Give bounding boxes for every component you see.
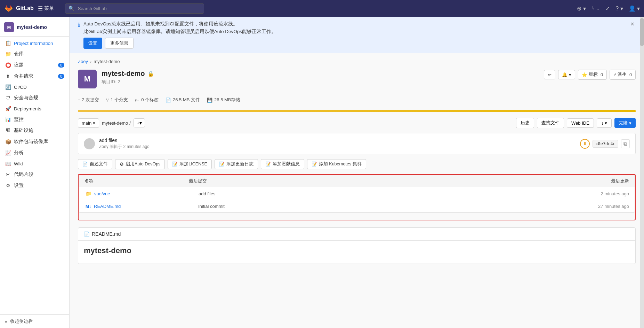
collapse-sidebar-button[interactable]: « 收起侧边栏 — [0, 314, 69, 328]
wiki-icon: 📖 — [5, 161, 11, 166]
folder-icon: 📁 — [86, 191, 91, 196]
sidebar-item-analytics[interactable]: 📈 分析 — [0, 147, 69, 158]
add-contributing-button[interactable]: 📝 添加贡献信息 — [261, 159, 304, 169]
branch-selector[interactable]: main ▾ — [78, 118, 99, 128]
clone-dropdown-icon: ▾ — [629, 120, 631, 126]
sidebar-item-label: 分析 — [14, 150, 24, 156]
analytics-icon: 📈 — [5, 150, 11, 156]
readme-header: 📄 README.md — [78, 228, 635, 241]
sidebar-item-settings[interactable]: ⚙ 设置 — [0, 180, 69, 191]
scrollbar-track — [640, 17, 644, 328]
repo-info: mytest-demo 🔒 项目ID: 2 — [102, 70, 544, 85]
files-highlighted-wrapper: 名称 最后提交 最后更新 📁 vue/vue add files 2 minut… — [78, 174, 636, 220]
changelog-icon: 📝 — [219, 162, 225, 167]
merge-badge: 0 — [58, 74, 64, 79]
star-button[interactable]: ⭐ 星标 0 — [578, 70, 607, 80]
fork-icon: ⑂ — [613, 72, 616, 77]
repo-header: M mytest-demo 🔒 项目ID: 2 ✏ 🔔 ▾ — [78, 70, 636, 88]
user-icon[interactable]: 👤 ▾ — [629, 5, 640, 12]
license-icon: 📝 — [172, 162, 178, 167]
download-button[interactable]: ↓ ▾ — [597, 118, 612, 128]
sidebar-item-label: 基础设施 — [14, 127, 33, 134]
create-icon[interactable]: ⊕ ▾ — [577, 5, 586, 12]
readme-file-icon: 📄 — [84, 231, 90, 237]
file-update: 2 minutes ago — [566, 191, 629, 196]
commit-hash[interactable]: c0e7dc4c — [593, 140, 618, 148]
notify-button[interactable]: 🔔 ▾ — [558, 70, 575, 79]
scrollbar-thumb[interactable] — [640, 18, 644, 46]
readme-section: 📄 README.md mytest-demo — [78, 227, 636, 264]
commit-meta-label: 编辑于 — [110, 144, 122, 149]
stat-tags[interactable]: 🏷 0 个标签 — [135, 97, 159, 103]
sidebar-item-security[interactable]: 🛡 安全与合规 — [0, 92, 69, 103]
add-file-button[interactable]: + ▾ — [134, 118, 145, 127]
file-name[interactable]: README.md — [94, 204, 198, 209]
sidebar-item-packages[interactable]: 📦 软件包与镜像库 — [0, 136, 69, 147]
sidebar-item-cangku[interactable]: 📁 仓库 — [0, 48, 69, 60]
sidebar-item-cicd[interactable]: 🔄 CI/CD — [0, 82, 69, 92]
add-dropdown-icon: ▾ — [139, 120, 142, 126]
breadcrumb-user[interactable]: Zoey — [78, 59, 88, 64]
content-body: Zoey › mytest-demo M mytest-demo 🔒 项目ID:… — [70, 53, 644, 270]
commits-value: 2 次提交 — [82, 97, 99, 103]
menu-toggle[interactable]: ☰ 菜单 — [38, 5, 54, 12]
find-file-button[interactable]: 查找文件 — [537, 118, 564, 128]
fork-button[interactable]: ⑂ 派生 0 — [610, 70, 636, 80]
gitlab-logo-icon — [4, 4, 13, 13]
add-license-button[interactable]: 📝 添加LICENSE — [168, 159, 212, 169]
webide-button[interactable]: Web IDE — [567, 118, 594, 128]
deploy-icon: 🚀 — [5, 106, 11, 111]
merge-icon[interactable]: ⑂ ▾ — [591, 5, 600, 11]
star-icon: ⭐ — [582, 72, 587, 77]
file-name[interactable]: vue/vue — [94, 191, 199, 196]
history-button[interactable]: 历史 — [516, 118, 534, 128]
k8s-label: 添加 Kubernetes 集群 — [319, 161, 362, 167]
issue-badge: 0 — [58, 63, 64, 68]
sidebar-item-snippets[interactable]: ✂ 代码片段 — [0, 169, 69, 180]
sidebar-item-label: 代码片段 — [14, 171, 33, 178]
commit-meta: Zoey 编辑于 2 minutes ago — [99, 144, 580, 150]
autodevops-icon: ⚙ — [120, 162, 124, 167]
edit-button[interactable]: ✏ — [544, 70, 555, 79]
repo-icon: 📁 — [5, 51, 11, 57]
gitlab-wordmark: GitLab — [16, 5, 34, 11]
col-update-header: 最后更新 — [566, 178, 629, 184]
add-kubernetes-button[interactable]: 📝 添加 Kubernetes 集群 — [307, 159, 366, 169]
commit-pipeline-status[interactable]: ⏸ — [580, 139, 590, 149]
banner-actions: 设置 更多信息 — [83, 38, 626, 49]
banner-settings-button[interactable]: 设置 — [83, 38, 102, 49]
commit-message[interactable]: add files — [99, 138, 580, 143]
logo[interactable]: GitLab — [4, 4, 34, 13]
sidebar: M mytest-demo 📋 Project information 📁 仓库… — [0, 17, 70, 328]
sidebar-item-label: Wiki — [14, 161, 23, 166]
help-icon[interactable]: ? ▾ — [615, 5, 623, 12]
banner-close-button[interactable]: × — [629, 21, 636, 27]
search-input[interactable] — [65, 3, 204, 14]
path-sep: / — [129, 120, 131, 126]
clone-button[interactable]: 克隆 ▾ — [614, 118, 636, 128]
enable-autodevops-button[interactable]: ⚙ 启用Auto DevOps — [115, 159, 165, 169]
repo-name-row: mytest-demo 🔒 — [102, 70, 544, 78]
files-icon: 📄 — [166, 97, 171, 103]
file-commit: add files — [199, 191, 566, 196]
sidebar-item-infra[interactable]: 🏗 基础设施 — [0, 125, 69, 136]
sidebar-item-monitor[interactable]: 📊 监控 — [0, 114, 69, 125]
sidebar-item-merge[interactable]: ⬆ 合并请求 0 — [0, 71, 69, 82]
stat-commits[interactable]: ↑ 2 次提交 — [78, 97, 99, 103]
branch-name: main — [82, 120, 91, 126]
branches-icon: ⑂ — [106, 97, 109, 103]
banner-more-button[interactable]: 更多信息 — [105, 38, 134, 49]
sidebar-item-deployments[interactable]: 🚀 Deployments — [0, 103, 69, 114]
commit-time: 2 minutes ago — [123, 144, 149, 149]
notify-dropdown-icon: ▾ — [569, 72, 571, 77]
add-readme-button[interactable]: 📄 自述文件 — [78, 159, 112, 169]
stat-branches[interactable]: ⑂ 1 个分支 — [106, 97, 128, 103]
repo-project-id: 项目ID: 2 — [102, 79, 544, 85]
todo-icon[interactable]: ✓ — [605, 5, 610, 12]
stats-row: ↑ 2 次提交 ⑂ 1 个分支 🏷 0 个标签 📄 26.5 MB 文件 💾 — [78, 94, 636, 106]
sidebar-item-yiti[interactable]: ⭕ 议题 0 — [0, 60, 69, 71]
copy-hash-button[interactable]: ⧉ — [621, 139, 630, 148]
add-changelog-button[interactable]: 📝 添加更新日志 — [215, 159, 258, 169]
sidebar-item-wiki[interactable]: 📖 Wiki — [0, 158, 69, 169]
sidebar-item-project-information[interactable]: 📋 Project information — [0, 38, 69, 48]
